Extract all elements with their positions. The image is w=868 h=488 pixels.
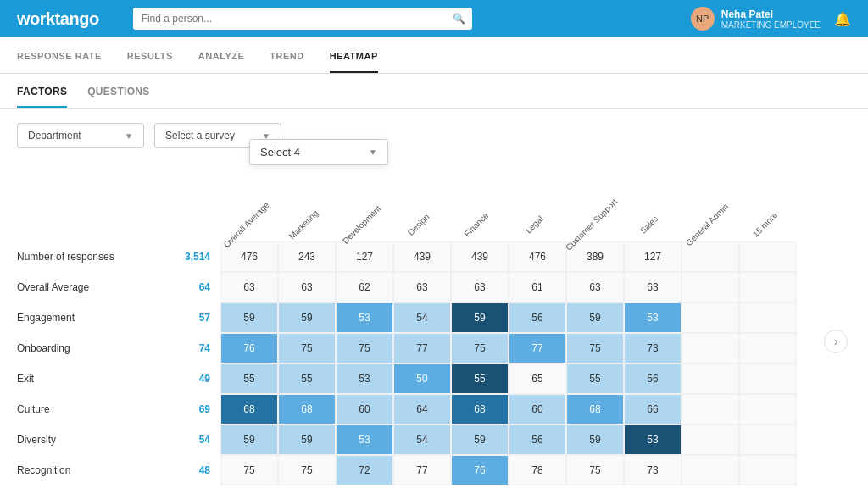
table-row: 476 243 127 439 439 476 389 127 bbox=[220, 241, 851, 272]
col-legal: Legal bbox=[509, 165, 566, 241]
grid-cell: 68 bbox=[451, 394, 509, 424]
grid-cell: 65 bbox=[509, 363, 566, 394]
tab-analyze[interactable]: ANALYZE bbox=[198, 37, 244, 73]
grid-cell: 55 bbox=[451, 363, 509, 394]
tab-factors[interactable]: FACTORS bbox=[17, 74, 67, 108]
chevron-down-icon: ▼ bbox=[369, 147, 377, 157]
grid-cell: 59 bbox=[566, 424, 624, 455]
notification-icon[interactable]: 🔔 bbox=[834, 11, 851, 27]
table-row: 76 75 75 77 75 77 75 73 bbox=[220, 333, 851, 363]
grid-cell: 54 bbox=[393, 424, 451, 455]
user-details: Neha Patel MARKETING EMPLOYEE bbox=[721, 8, 821, 30]
grid-cell: 77 bbox=[393, 333, 451, 363]
grid-cell: 60 bbox=[336, 394, 393, 424]
grid-cell: 75 bbox=[566, 333, 624, 363]
nav-tabs: RESPONSE RATE RESULTS ANALYZE TREND HEAT… bbox=[0, 37, 868, 74]
user-info[interactable]: NP Neha Patel MARKETING EMPLOYEE bbox=[691, 7, 821, 30]
row-label-responses: Number of responses 3,514 bbox=[17, 241, 220, 272]
grid-cell: 68 bbox=[566, 394, 624, 424]
header: worktango 🔍 NP Neha Patel MARKETING EMPL… bbox=[0, 0, 868, 37]
grid-cell bbox=[739, 241, 797, 272]
grid-cell bbox=[682, 455, 739, 485]
grid-cell: 59 bbox=[451, 424, 509, 455]
logo: worktango bbox=[17, 9, 99, 29]
search-bar[interactable]: 🔍 bbox=[133, 8, 472, 30]
grid-cell: 56 bbox=[509, 424, 566, 455]
tab-trend[interactable]: TREND bbox=[270, 37, 303, 73]
grid-cell: 439 bbox=[393, 241, 451, 272]
select4-label: Select 4 bbox=[260, 146, 300, 158]
grid-cell: 127 bbox=[624, 241, 682, 272]
grid-cell: 55 bbox=[220, 363, 278, 394]
heatmap-grid: Overall Average Marketing Development De… bbox=[220, 165, 851, 485]
grid-cell: 59 bbox=[220, 302, 278, 333]
tab-questions[interactable]: QUESTIONS bbox=[87, 74, 149, 108]
grid-cell: 73 bbox=[624, 333, 682, 363]
grid-cell: 53 bbox=[624, 424, 682, 455]
grid-cell: 63 bbox=[566, 272, 624, 302]
col-finance: Finance bbox=[451, 165, 509, 241]
grid-cell: 63 bbox=[278, 272, 336, 302]
col-overall-average: Overall Average bbox=[220, 165, 278, 241]
grid-cell: 53 bbox=[336, 424, 393, 455]
row-label-header bbox=[17, 165, 220, 241]
grid-cell: 72 bbox=[336, 455, 393, 485]
user-role: MARKETING EMPLOYEE bbox=[721, 20, 821, 30]
grid-cell: 63 bbox=[393, 272, 451, 302]
row-label-culture: Culture 69 bbox=[17, 394, 220, 424]
grid-cell: 59 bbox=[278, 424, 336, 455]
grid-cell bbox=[682, 302, 739, 333]
grid-cell bbox=[739, 272, 797, 302]
grid-cell: 76 bbox=[220, 333, 278, 363]
table-row: 63 63 62 63 63 61 63 63 bbox=[220, 272, 851, 302]
grid-cell: 78 bbox=[509, 455, 566, 485]
grid-cell: 53 bbox=[624, 302, 682, 333]
grid-cell: 63 bbox=[220, 272, 278, 302]
grid-cell bbox=[739, 302, 797, 333]
row-label-overall: Overall Average 64 bbox=[17, 272, 220, 302]
row-label-engagement: Engagement 57 bbox=[17, 302, 220, 333]
grid-cell: 63 bbox=[451, 272, 509, 302]
table-row: 55 55 53 50 55 65 55 56 bbox=[220, 363, 851, 394]
avatar: NP bbox=[691, 7, 715, 30]
grid-cell: 75 bbox=[220, 455, 278, 485]
tab-results[interactable]: RESULTS bbox=[127, 37, 173, 73]
row-label-recognition: Recognition 48 bbox=[17, 455, 220, 485]
col-general-admin: General Admin bbox=[682, 165, 739, 241]
grid-cell: 56 bbox=[509, 302, 566, 333]
select4-dropdown[interactable]: Select 4 ▼ bbox=[249, 139, 388, 165]
grid-cell: 75 bbox=[278, 333, 336, 363]
main-content: Department ▼ Select a survey ▼ Number of… bbox=[0, 109, 868, 488]
col-design: Design bbox=[393, 165, 451, 241]
chevron-down-icon: ▼ bbox=[125, 131, 133, 141]
grid-cell: 76 bbox=[451, 455, 509, 485]
grid-cell: 50 bbox=[393, 363, 451, 394]
grid-cell: 59 bbox=[278, 302, 336, 333]
grid-cell: 77 bbox=[509, 333, 566, 363]
grid-cell: 73 bbox=[624, 455, 682, 485]
grid-cell bbox=[739, 333, 797, 363]
search-input[interactable] bbox=[133, 8, 472, 30]
department-dropdown[interactable]: Department ▼ bbox=[17, 123, 144, 148]
row-label-onboarding: Onboarding 74 bbox=[17, 333, 220, 363]
grid-cell: 62 bbox=[336, 272, 393, 302]
grid-cell: 54 bbox=[393, 302, 451, 333]
grid-cell: 75 bbox=[451, 333, 509, 363]
grid-cell: 61 bbox=[509, 272, 566, 302]
user-name: Neha Patel bbox=[721, 8, 821, 20]
grid-cell bbox=[682, 363, 739, 394]
table-row: 59 59 53 54 59 56 59 53 bbox=[220, 424, 851, 455]
grid-cell bbox=[682, 424, 739, 455]
grid-cell bbox=[682, 333, 739, 363]
tab-heatmap[interactable]: HEATMAP bbox=[330, 37, 378, 73]
grid-cell: 64 bbox=[393, 394, 451, 424]
grid-cell: 68 bbox=[220, 394, 278, 424]
tab-response-rate[interactable]: RESPONSE RATE bbox=[17, 37, 102, 73]
grid-cell bbox=[739, 455, 797, 485]
grid-cell: 63 bbox=[624, 272, 682, 302]
grid-cell bbox=[739, 424, 797, 455]
grid-cell: 53 bbox=[336, 302, 393, 333]
col-customer-support: Customer Support bbox=[566, 165, 624, 241]
grid-cell: 476 bbox=[509, 241, 566, 272]
next-arrow[interactable]: › bbox=[824, 330, 848, 353]
